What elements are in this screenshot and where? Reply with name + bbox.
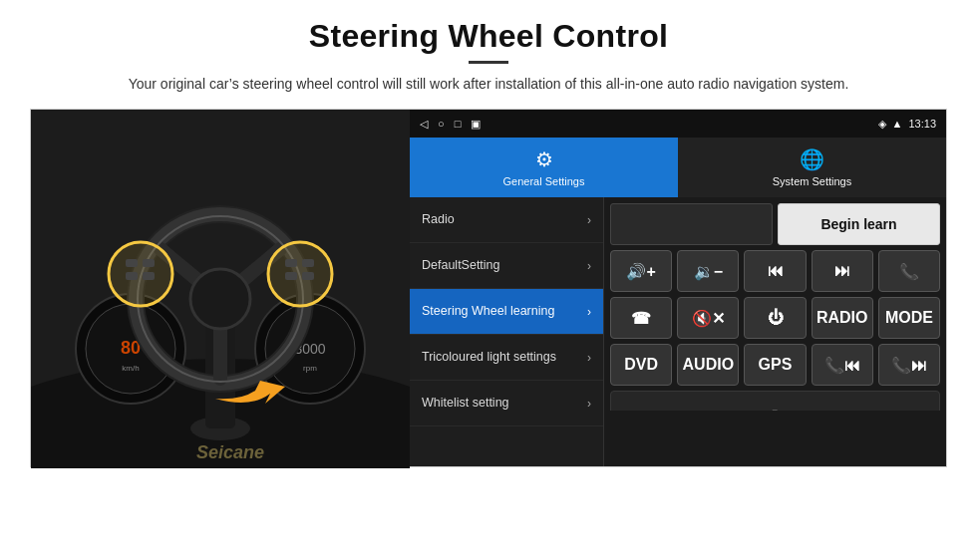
nav-recent-icon[interactable]: □ [455, 118, 462, 130]
dvd-button[interactable]: DVD [610, 344, 672, 386]
phone-icon: 📞 [899, 262, 919, 281]
svg-rect-23 [126, 272, 138, 280]
system-settings-icon: 🌐 [800, 147, 824, 171]
button-row-4: ≡ [610, 391, 940, 411]
side-menu: Radio › DefaultSetting › Steering Wheel … [410, 197, 604, 466]
power-button[interactable]: ⏻ [744, 297, 806, 339]
tab-bar: ⚙ General Settings 🌐 System Settings [410, 138, 946, 197]
extra-icon-1: ≡ [773, 407, 779, 412]
svg-point-19 [109, 242, 172, 306]
menu-item-whitelist[interactable]: Whitelist setting › [410, 381, 603, 426]
mute-icon: 🔇✕ [692, 309, 725, 328]
chevron-right-icon: › [587, 213, 591, 227]
phone-button[interactable]: 📞 [878, 250, 940, 292]
tab-system-label: System Settings [773, 175, 851, 187]
svg-text:km/h: km/h [122, 364, 139, 373]
chevron-right-icon: › [587, 351, 591, 365]
button-row-2: ☎ 🔇✕ ⏻ RADIO MODE [610, 297, 940, 339]
controls-area: Begin learn 🔊+ 🔉− ⏮ [604, 197, 946, 466]
status-bar-nav: ◁ ○ □ ▣ [420, 118, 481, 131]
svg-rect-22 [143, 259, 155, 267]
chevron-right-icon: › [587, 259, 591, 273]
next-track-icon: ⏭ [834, 262, 850, 280]
page-title: Steering Wheel Control [309, 18, 668, 55]
title-divider [469, 61, 508, 64]
svg-text:rpm: rpm [303, 364, 317, 373]
tab-general-label: General Settings [503, 175, 585, 187]
svg-point-17 [190, 269, 250, 329]
panel-body: Radio › DefaultSetting › Steering Wheel … [410, 197, 946, 466]
svg-rect-24 [143, 272, 155, 280]
menu-item-radio[interactable]: Radio › [410, 197, 603, 243]
mode-text-icon: MODE [885, 309, 933, 327]
android-panel: ◁ ○ □ ▣ ◈ ▲ 13:13 ⚙ General Settings [410, 110, 946, 466]
hang-up-icon: ☎ [631, 309, 651, 328]
volume-up-button[interactable]: 🔊+ [610, 250, 672, 292]
nav-camera-icon[interactable]: ▣ [471, 118, 481, 131]
prev-track-button[interactable]: ⏮ [744, 250, 806, 292]
main-content: 80 km/h 3000 rpm [30, 109, 947, 467]
blank-box [610, 203, 773, 245]
button-row-3: DVD AUDIO GPS 📞⏮ 📞⏭ [610, 344, 940, 386]
gps-text-icon: GPS [759, 356, 793, 374]
nav-home-icon[interactable]: ○ [438, 118, 445, 130]
tab-general-settings[interactable]: ⚙ General Settings [410, 138, 678, 197]
page-subtitle: Your original car’s steering wheel contr… [129, 74, 849, 95]
gps-button[interactable]: GPS [744, 344, 806, 386]
car-image-svg: 80 km/h 3000 rpm [31, 110, 410, 468]
volume-down-icon: 🔉− [694, 262, 723, 281]
tel-prev-icon: 📞⏮ [824, 356, 860, 375]
status-bar: ◁ ○ □ ▣ ◈ ▲ 13:13 [410, 110, 946, 138]
svg-rect-25 [285, 259, 297, 267]
svg-rect-28 [302, 272, 314, 280]
power-icon: ⏻ [768, 309, 784, 327]
menu-item-default-setting[interactable]: DefaultSetting › [410, 243, 603, 289]
volume-down-button[interactable]: 🔉− [677, 250, 739, 292]
prev-track-icon: ⏮ [768, 262, 784, 280]
chevron-right-icon: › [587, 305, 591, 319]
audio-text-icon: AUDIO [683, 356, 735, 374]
car-image-area: 80 km/h 3000 rpm [31, 110, 410, 468]
chevron-right-icon: › [587, 397, 591, 411]
mute-button[interactable]: 🔇✕ [677, 297, 739, 339]
time-display: 13:13 [908, 118, 936, 130]
tel-next-button[interactable]: 📞⏭ [878, 344, 940, 386]
svg-rect-26 [302, 259, 314, 267]
radio-button[interactable]: RADIO [812, 297, 873, 339]
location-icon: ◈ [878, 118, 886, 131]
begin-learn-row: Begin learn [610, 203, 940, 245]
svg-text:Seicane: Seicane [196, 442, 264, 462]
button-row-1: 🔊+ 🔉− ⏮ ⏭ 📞 [610, 250, 940, 292]
svg-point-20 [268, 242, 332, 306]
audio-button[interactable]: AUDIO [677, 344, 739, 386]
mode-button[interactable]: MODE [878, 297, 940, 339]
begin-learn-button[interactable]: Begin learn [778, 203, 940, 245]
tel-prev-button[interactable]: 📞⏮ [812, 344, 873, 386]
menu-item-tricoloured[interactable]: Tricoloured light settings › [410, 335, 603, 381]
extra-btn-1[interactable]: ≡ [610, 391, 940, 411]
svg-rect-27 [285, 272, 297, 280]
status-bar-info: ◈ ▲ 13:13 [878, 118, 936, 131]
hang-up-button[interactable]: ☎ [610, 297, 672, 339]
general-settings-icon: ⚙ [535, 147, 553, 171]
radio-text-icon: RADIO [816, 309, 868, 327]
nav-back-icon[interactable]: ◁ [420, 118, 428, 131]
tel-next-icon: 📞⏭ [891, 356, 927, 375]
volume-up-icon: 🔊+ [626, 262, 655, 281]
next-track-button[interactable]: ⏭ [812, 250, 873, 292]
signal-icon: ▲ [892, 118, 903, 130]
menu-item-steering-wheel[interactable]: Steering Wheel learning › [410, 289, 603, 335]
svg-rect-21 [126, 259, 138, 267]
tab-system-settings[interactable]: 🌐 System Settings [678, 138, 946, 197]
dvd-text-icon: DVD [624, 356, 658, 374]
